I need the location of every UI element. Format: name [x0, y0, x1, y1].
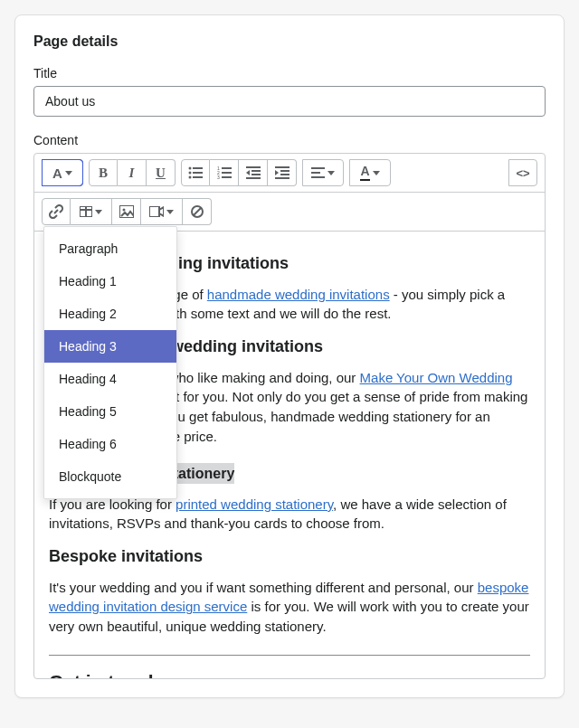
- table-dropdown-button[interactable]: [71, 198, 112, 225]
- link-button[interactable]: [42, 198, 71, 225]
- format-option-heading-5[interactable]: Heading 5: [44, 395, 176, 428]
- image-icon: [119, 205, 134, 218]
- rich-text-editor: A B I U 1: [33, 153, 546, 679]
- svg-point-27: [122, 209, 125, 212]
- svg-point-4: [189, 176, 192, 179]
- caret-down-icon: [327, 171, 335, 175]
- clear-formatting-icon: [190, 204, 204, 219]
- content-link[interactable]: handmade wedding invitations: [207, 287, 390, 302]
- heading-cutoff: Get in touch: [49, 668, 530, 678]
- svg-rect-18: [280, 174, 290, 175]
- caret-down-icon: [65, 171, 72, 175]
- svg-point-0: [189, 167, 192, 170]
- content-label: Content: [33, 133, 546, 147]
- numbered-list-button[interactable]: 1 2 3: [210, 159, 239, 186]
- svg-rect-1: [193, 167, 203, 169]
- caret-down-icon: [373, 171, 380, 175]
- svg-point-2: [189, 172, 192, 175]
- svg-rect-3: [193, 172, 203, 174]
- format-option-heading-2[interactable]: Heading 2: [44, 298, 176, 330]
- paragraph: If you are looking for printed wedding s…: [49, 495, 530, 534]
- underline-icon: U: [156, 165, 166, 181]
- format-option-heading-1[interactable]: Heading 1: [44, 265, 176, 298]
- svg-text:3: 3: [217, 175, 220, 179]
- svg-rect-28: [149, 206, 159, 217]
- html-view-button[interactable]: <>: [508, 159, 537, 186]
- video-icon: [149, 206, 164, 217]
- svg-rect-5: [193, 176, 203, 178]
- svg-rect-12: [246, 166, 261, 168]
- title-input[interactable]: [33, 86, 546, 117]
- content-link[interactable]: printed wedding stationery: [176, 496, 333, 512]
- table-icon: [80, 206, 92, 217]
- bullet-list-icon: [188, 166, 203, 179]
- svg-rect-19: [275, 177, 290, 179]
- format-option-blockquote[interactable]: Blockquote: [44, 460, 176, 493]
- text-color-icon: A: [360, 165, 369, 181]
- format-option-heading-4[interactable]: Heading 4: [44, 363, 176, 395]
- svg-rect-17: [280, 170, 290, 172]
- underline-button[interactable]: U: [147, 159, 176, 186]
- video-dropdown-button[interactable]: [141, 198, 183, 225]
- svg-rect-14: [252, 174, 261, 175]
- numbered-list-icon: 1 2 3: [217, 166, 232, 179]
- svg-rect-20: [311, 167, 325, 169]
- indent-button[interactable]: [268, 159, 297, 186]
- text-color-dropdown-button[interactable]: A: [349, 159, 391, 186]
- svg-rect-15: [246, 177, 261, 179]
- italic-button[interactable]: I: [118, 159, 147, 186]
- outdent-icon: [246, 166, 261, 179]
- format-dropdown-menu: Paragraph Heading 1 Heading 2 Heading 3 …: [43, 226, 177, 499]
- svg-rect-21: [311, 172, 320, 174]
- title-label: Title: [33, 66, 546, 80]
- format-option-heading-6[interactable]: Heading 6: [44, 428, 176, 460]
- format-option-heading-3[interactable]: Heading 3: [44, 330, 176, 363]
- italic-icon: I: [129, 165, 135, 181]
- svg-rect-11: [222, 176, 232, 178]
- svg-line-30: [194, 208, 201, 215]
- format-dropdown-button[interactable]: A: [42, 159, 83, 186]
- page-details-card: Page details Title Content A B I U: [14, 14, 565, 698]
- svg-rect-9: [222, 172, 232, 174]
- indent-icon: [275, 166, 290, 179]
- clear-formatting-button[interactable]: [183, 198, 212, 225]
- svg-rect-16: [275, 166, 290, 168]
- bold-button[interactable]: B: [89, 159, 118, 186]
- bold-icon: B: [99, 165, 108, 181]
- link-icon: [49, 204, 63, 219]
- image-button[interactable]: [112, 198, 141, 225]
- svg-rect-7: [222, 167, 232, 169]
- caret-down-icon: [166, 210, 174, 214]
- format-option-paragraph[interactable]: Paragraph: [44, 232, 176, 265]
- caret-down-icon: [95, 210, 102, 214]
- svg-rect-13: [252, 170, 261, 172]
- horizontal-rule: [49, 655, 530, 656]
- card-title: Page details: [33, 33, 546, 50]
- outdent-button[interactable]: [239, 159, 268, 186]
- bullet-list-button[interactable]: [181, 159, 210, 186]
- svg-rect-22: [311, 176, 325, 178]
- align-left-icon: [311, 167, 325, 178]
- text: It's your wedding and you if want someth…: [49, 580, 478, 595]
- paragraph: It's your wedding and you if want someth…: [49, 578, 530, 637]
- heading: Bespoke invitations: [49, 546, 530, 567]
- toolbar-row-1: A B I U 1: [34, 154, 545, 193]
- code-icon: <>: [516, 166, 529, 180]
- format-a-icon: A: [52, 165, 62, 181]
- align-dropdown-button[interactable]: [302, 159, 344, 186]
